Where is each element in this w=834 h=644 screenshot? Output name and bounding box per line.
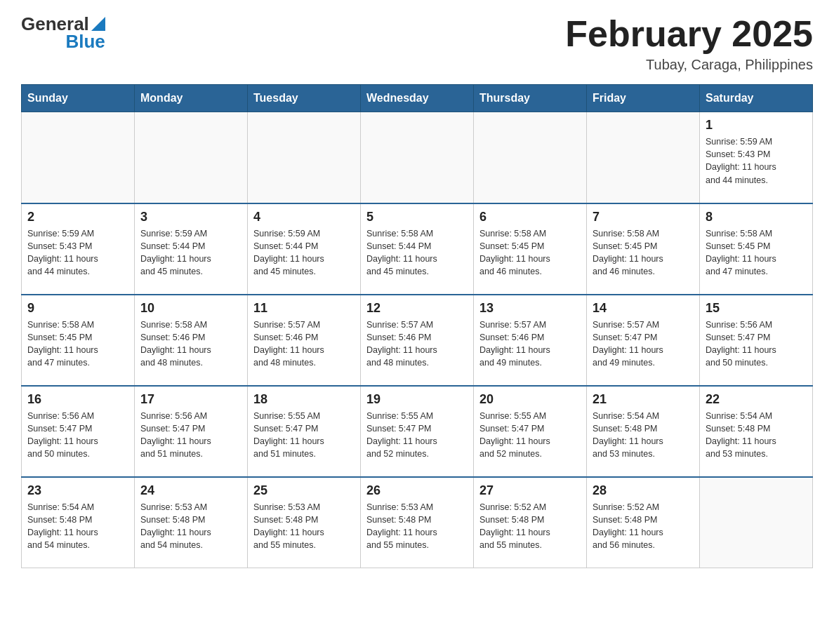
logo: General Blue [21, 14, 105, 51]
day-number: 2 [27, 210, 128, 224]
day-number: 23 [27, 483, 128, 498]
day-number: 1 [706, 118, 807, 133]
calendar-cell: 6Sunrise: 5:58 AMSunset: 5:45 PMDaylight… [474, 203, 587, 295]
day-info: Sunrise: 5:56 AMSunset: 5:47 PMDaylight:… [140, 410, 241, 461]
day-number: 5 [366, 210, 468, 224]
day-info: Sunrise: 5:54 AMSunset: 5:48 PMDaylight:… [706, 410, 807, 461]
calendar-cell: 11Sunrise: 5:57 AMSunset: 5:46 PMDayligh… [248, 295, 361, 386]
calendar-cell: 13Sunrise: 5:57 AMSunset: 5:46 PMDayligh… [474, 295, 587, 386]
day-number: 26 [366, 483, 468, 498]
day-number: 28 [593, 483, 694, 498]
calendar-cell: 17Sunrise: 5:56 AMSunset: 5:47 PMDayligh… [135, 386, 248, 477]
day-number: 9 [27, 301, 128, 316]
calendar-cell: 18Sunrise: 5:55 AMSunset: 5:47 PMDayligh… [248, 386, 361, 477]
day-number: 11 [253, 301, 355, 316]
day-number: 22 [706, 392, 807, 407]
day-info: Sunrise: 5:57 AMSunset: 5:46 PMDaylight:… [366, 318, 468, 370]
calendar-cell: 3Sunrise: 5:59 AMSunset: 5:44 PMDaylight… [135, 203, 248, 295]
day-number: 19 [366, 392, 468, 407]
day-info: Sunrise: 5:57 AMSunset: 5:47 PMDaylight:… [593, 318, 694, 370]
calendar-cell [587, 112, 700, 203]
day-number: 15 [706, 301, 807, 316]
calendar-cell: 7Sunrise: 5:58 AMSunset: 5:45 PMDaylight… [587, 203, 700, 295]
calendar-cell: 2Sunrise: 5:59 AMSunset: 5:43 PMDaylight… [22, 203, 135, 295]
calendar-week-1: 1Sunrise: 5:59 AMSunset: 5:43 PMDaylight… [22, 112, 813, 203]
title-block: February 2025 Tubay, Caraga, Philippines [565, 14, 813, 73]
calendar-cell: 25Sunrise: 5:53 AMSunset: 5:48 PMDayligh… [248, 477, 361, 568]
calendar-cell [700, 477, 813, 568]
day-number: 27 [479, 483, 581, 498]
calendar-cell: 12Sunrise: 5:57 AMSunset: 5:46 PMDayligh… [361, 295, 474, 386]
header-monday: Monday [135, 85, 248, 112]
day-info: Sunrise: 5:54 AMSunset: 5:48 PMDaylight:… [593, 410, 694, 461]
day-info: Sunrise: 5:54 AMSunset: 5:48 PMDaylight:… [27, 501, 128, 552]
header-thursday: Thursday [474, 85, 587, 112]
day-info: Sunrise: 5:55 AMSunset: 5:47 PMDaylight:… [479, 410, 581, 461]
header-sunday: Sunday [22, 85, 135, 112]
calendar-cell: 20Sunrise: 5:55 AMSunset: 5:47 PMDayligh… [474, 386, 587, 477]
day-info: Sunrise: 5:59 AMSunset: 5:43 PMDaylight:… [27, 227, 128, 279]
calendar-cell [361, 112, 474, 203]
calendar-header-row: SundayMondayTuesdayWednesdayThursdayFrid… [22, 85, 813, 112]
calendar-cell: 14Sunrise: 5:57 AMSunset: 5:47 PMDayligh… [587, 295, 700, 386]
day-number: 8 [706, 210, 807, 224]
day-info: Sunrise: 5:57 AMSunset: 5:46 PMDaylight:… [253, 318, 355, 370]
day-info: Sunrise: 5:53 AMSunset: 5:48 PMDaylight:… [140, 501, 241, 552]
day-info: Sunrise: 5:59 AMSunset: 5:43 PMDaylight:… [706, 135, 807, 187]
day-info: Sunrise: 5:55 AMSunset: 5:47 PMDaylight:… [366, 410, 468, 461]
calendar-table: SundayMondayTuesdayWednesdayThursdayFrid… [21, 84, 813, 568]
calendar-cell: 1Sunrise: 5:59 AMSunset: 5:43 PMDaylight… [700, 112, 813, 203]
day-info: Sunrise: 5:57 AMSunset: 5:46 PMDaylight:… [479, 318, 581, 370]
day-info: Sunrise: 5:58 AMSunset: 5:45 PMDaylight:… [27, 318, 128, 370]
calendar-cell: 19Sunrise: 5:55 AMSunset: 5:47 PMDayligh… [361, 386, 474, 477]
calendar-week-5: 23Sunrise: 5:54 AMSunset: 5:48 PMDayligh… [22, 477, 813, 568]
day-number: 6 [479, 210, 581, 224]
day-info: Sunrise: 5:58 AMSunset: 5:45 PMDaylight:… [706, 227, 807, 279]
calendar-cell: 27Sunrise: 5:52 AMSunset: 5:48 PMDayligh… [474, 477, 587, 568]
day-number: 7 [593, 210, 694, 224]
calendar-cell [248, 112, 361, 203]
page-header: General Blue February 2025 Tubay, Caraga… [21, 14, 813, 73]
calendar-week-2: 2Sunrise: 5:59 AMSunset: 5:43 PMDaylight… [22, 203, 813, 295]
header-tuesday: Tuesday [248, 85, 361, 112]
day-info: Sunrise: 5:53 AMSunset: 5:48 PMDaylight:… [366, 501, 468, 552]
calendar-cell [22, 112, 135, 203]
day-number: 3 [140, 210, 241, 224]
day-info: Sunrise: 5:53 AMSunset: 5:48 PMDaylight:… [253, 501, 355, 552]
day-number: 21 [593, 392, 694, 407]
day-number: 24 [140, 483, 241, 498]
day-info: Sunrise: 5:56 AMSunset: 5:47 PMDaylight:… [27, 410, 128, 461]
day-info: Sunrise: 5:56 AMSunset: 5:47 PMDaylight:… [706, 318, 807, 370]
calendar-week-4: 16Sunrise: 5:56 AMSunset: 5:47 PMDayligh… [22, 386, 813, 477]
day-number: 12 [366, 301, 468, 316]
calendar-cell: 26Sunrise: 5:53 AMSunset: 5:48 PMDayligh… [361, 477, 474, 568]
day-number: 20 [479, 392, 581, 407]
calendar-cell: 8Sunrise: 5:58 AMSunset: 5:45 PMDaylight… [700, 203, 813, 295]
calendar-cell: 5Sunrise: 5:58 AMSunset: 5:44 PMDaylight… [361, 203, 474, 295]
day-number: 17 [140, 392, 241, 407]
calendar-cell: 9Sunrise: 5:58 AMSunset: 5:45 PMDaylight… [22, 295, 135, 386]
day-number: 4 [253, 210, 355, 224]
calendar-cell: 24Sunrise: 5:53 AMSunset: 5:48 PMDayligh… [135, 477, 248, 568]
day-number: 18 [253, 392, 355, 407]
day-info: Sunrise: 5:58 AMSunset: 5:45 PMDaylight:… [593, 227, 694, 279]
day-info: Sunrise: 5:58 AMSunset: 5:45 PMDaylight:… [479, 227, 581, 279]
calendar-cell: 23Sunrise: 5:54 AMSunset: 5:48 PMDayligh… [22, 477, 135, 568]
calendar-title: February 2025 [565, 14, 813, 54]
day-info: Sunrise: 5:52 AMSunset: 5:48 PMDaylight:… [479, 501, 581, 552]
header-saturday: Saturday [700, 85, 813, 112]
calendar-cell: 15Sunrise: 5:56 AMSunset: 5:47 PMDayligh… [700, 295, 813, 386]
day-info: Sunrise: 5:52 AMSunset: 5:48 PMDaylight:… [593, 501, 694, 552]
calendar-cell: 4Sunrise: 5:59 AMSunset: 5:44 PMDaylight… [248, 203, 361, 295]
day-info: Sunrise: 5:58 AMSunset: 5:46 PMDaylight:… [140, 318, 241, 370]
calendar-cell [135, 112, 248, 203]
calendar-cell: 21Sunrise: 5:54 AMSunset: 5:48 PMDayligh… [587, 386, 700, 477]
calendar-cell: 22Sunrise: 5:54 AMSunset: 5:48 PMDayligh… [700, 386, 813, 477]
calendar-week-3: 9Sunrise: 5:58 AMSunset: 5:45 PMDaylight… [22, 295, 813, 386]
day-number: 10 [140, 301, 241, 316]
day-info: Sunrise: 5:55 AMSunset: 5:47 PMDaylight:… [253, 410, 355, 461]
day-number: 14 [593, 301, 694, 316]
day-info: Sunrise: 5:58 AMSunset: 5:44 PMDaylight:… [366, 227, 468, 279]
calendar-cell: 28Sunrise: 5:52 AMSunset: 5:48 PMDayligh… [587, 477, 700, 568]
day-number: 13 [479, 301, 581, 316]
